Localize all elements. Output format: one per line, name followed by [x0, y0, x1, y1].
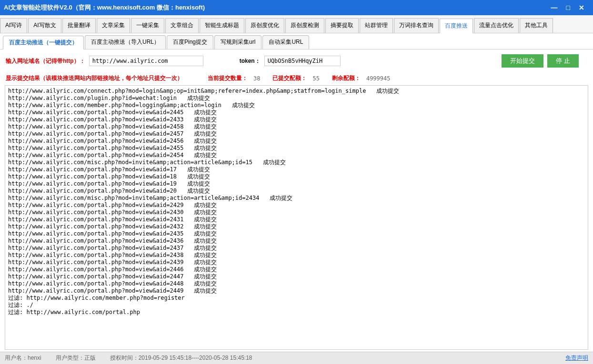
- token-label: token：: [240, 57, 261, 65]
- main-tab[interactable]: AI写诗: [0, 18, 27, 33]
- log-line: http://www.ailyric.com/portal.php?mod=vi…: [8, 187, 585, 195]
- domain-label: 输入网址域名（记得带http）：: [6, 57, 85, 65]
- log-line: http://www.ailyric.com/portal.php?mod=vi…: [8, 173, 585, 180]
- log-line: http://www.ailyric.com/portal.php?mod=vi…: [8, 273, 585, 280]
- status-auth: 授权时间：2019-05-29 15:45:18----2020-05-28 1…: [110, 354, 252, 362]
- submitted-quota-label: 已提交配额：: [272, 74, 307, 82]
- sub-tab[interactable]: 百度Ping提交: [167, 35, 213, 49]
- window-title: AI文章智能处理软件V2.0（官网：www.henxisoft.com 微信：h…: [4, 3, 551, 12]
- token-input[interactable]: [264, 56, 341, 66]
- main-tab[interactable]: 其他工具: [520, 18, 553, 33]
- log-line: http://www.ailyric.com/portal.php?mod=vi…: [8, 166, 585, 173]
- main-tab-bar: AI写诗AI写散文批量翻译文章采集一键采集文章组合智能生成标题原创度优化原创度检…: [0, 15, 593, 33]
- disclaimer-link[interactable]: 免责声明: [565, 354, 588, 362]
- maximize-icon[interactable]: □: [566, 4, 570, 11]
- log-line: http://www.ailyric.com/portal.php?mod=vi…: [8, 130, 585, 138]
- stats-row: 显示提交结果（该模块推送网站内部链接地址，每个地址只提交一次） 当前提交数量： …: [0, 72, 593, 85]
- log-line: http://www.ailyric.com/portal.php?mod=vi…: [8, 245, 585, 252]
- log-line: http://www.ailyric.com/portal.php?mod=vi…: [8, 180, 585, 187]
- main-tab[interactable]: 智能生成标题: [200, 18, 244, 33]
- log-line: http://www.ailyric.com/portal.php?mod=vi…: [8, 138, 585, 145]
- result-label: 显示提交结果（该模块推送网站内部链接地址，每个地址只提交一次）: [6, 74, 183, 82]
- log-line: http://www.ailyric.com/portal.php?mod=vi…: [8, 216, 585, 223]
- log-line: http://www.ailyric.com/portal.php?mod=vi…: [8, 287, 585, 295]
- user-value: henxi: [28, 354, 41, 361]
- current-count-value: 38: [253, 75, 260, 82]
- main-tab[interactable]: AI写散文: [28, 18, 61, 33]
- window-controls: — □ ✕: [551, 4, 589, 11]
- main-tab[interactable]: 流量点击优化: [474, 18, 519, 33]
- remain-quota-label: 剩余配额：: [332, 74, 361, 82]
- status-type: 用户类型：正版: [56, 354, 96, 362]
- main-tab[interactable]: 原创度检测: [285, 18, 324, 33]
- sub-tab[interactable]: 自动采集URL: [262, 35, 309, 49]
- log-line: http://www.ailyric.com/portal.php?mod=vi…: [8, 280, 585, 287]
- log-line: http://www.ailyric.com/portal.php?mod=vi…: [8, 109, 585, 116]
- log-line: http://www.ailyric.com/member.php?mod=lo…: [8, 102, 585, 109]
- main-tab[interactable]: 站群管理: [360, 18, 393, 33]
- submitted-quota-value: 55: [312, 75, 319, 82]
- log-line: http://www.ailyric.com/portal.php?mod=vi…: [8, 202, 585, 209]
- log-line: http://www.ailyric.com/plugin.php?id=wec…: [8, 95, 585, 102]
- log-output: http://www.ailyric.com/connect.php?mod=l…: [5, 86, 588, 318]
- log-line: http://www.ailyric.com/misc.php?mod=invi…: [8, 159, 585, 166]
- sub-tab[interactable]: 百度主动推送（导入URL）: [85, 35, 166, 49]
- minimize-icon[interactable]: —: [551, 4, 558, 11]
- type-value: 正版: [84, 354, 96, 361]
- log-line: http://www.ailyric.com/portal.php?mod=vi…: [8, 152, 585, 159]
- input-row: 输入网址域名（记得带http）： token： 开始提交 停 止: [0, 49, 593, 72]
- stop-button[interactable]: 停 止: [547, 54, 579, 68]
- titlebar: AI文章智能处理软件V2.0（官网：www.henxisoft.com 微信：h…: [0, 0, 593, 15]
- main-tab[interactable]: 文章组合: [165, 18, 199, 33]
- main-tab[interactable]: 原创度优化: [245, 18, 284, 33]
- log-line: 过滤: http://www.ailyric.com/portal.php: [8, 309, 585, 316]
- user-label: 用户名：: [5, 354, 28, 361]
- log-line: http://www.ailyric.com/portal.php?mod=vi…: [8, 116, 585, 123]
- log-line: 过滤: ./: [8, 302, 585, 309]
- auth-label: 授权时间：: [110, 354, 139, 361]
- status-bar: 用户名：henxi 用户类型：正版 授权时间：2019-05-29 15:45:…: [0, 352, 593, 364]
- log-line: http://www.ailyric.com/portal.php?mod=vi…: [8, 266, 585, 273]
- sub-tab[interactable]: 百度主动推送（一键提交）: [3, 36, 84, 49]
- log-line: http://www.ailyric.com/connect.php?mod=l…: [8, 88, 585, 95]
- main-tab[interactable]: 百度推送: [440, 19, 473, 33]
- log-line: http://www.ailyric.com/portal.php?mod=vi…: [8, 259, 585, 266]
- start-submit-button[interactable]: 开始提交: [502, 54, 543, 68]
- log-line: http://www.ailyric.com/portal.php?mod=vi…: [8, 223, 585, 230]
- log-line: http://www.ailyric.com/portal.php?mod=vi…: [8, 145, 585, 152]
- main-tab[interactable]: 一键采集: [131, 18, 164, 33]
- status-user: 用户名：henxi: [5, 354, 41, 362]
- sub-tab[interactable]: 写规则采集url: [214, 35, 261, 49]
- log-line: 过滤: http://www.ailyric.com/member.php?mo…: [8, 295, 585, 302]
- log-line: http://www.ailyric.com/portal.php?mod=vi…: [8, 209, 585, 216]
- log-line: http://www.ailyric.com/misc.php?mod=invi…: [8, 195, 585, 202]
- log-line: http://www.ailyric.com/portal.php?mod=vi…: [8, 252, 585, 259]
- log-line: http://www.ailyric.com/portal.php?mod=vi…: [8, 237, 585, 245]
- remain-quota-value: 4999945: [366, 75, 391, 82]
- log-line: http://www.ailyric.com/portal.php?mod=vi…: [8, 123, 585, 130]
- main-tab[interactable]: 文章采集: [97, 18, 130, 33]
- auth-value: 2019-05-29 15:45:18----2020-05-28 15:45:…: [139, 354, 252, 361]
- current-count-label: 当前提交数量：: [208, 74, 248, 82]
- domain-input[interactable]: [89, 56, 203, 66]
- main-tab[interactable]: 批量翻译: [62, 18, 96, 33]
- main-tab[interactable]: 万词排名查询: [394, 18, 439, 33]
- main-tab[interactable]: 摘要提取: [325, 18, 359, 33]
- type-label: 用户类型：: [56, 354, 84, 361]
- log-scroll-area[interactable]: http://www.ailyric.com/connect.php?mod=l…: [5, 85, 588, 350]
- close-icon[interactable]: ✕: [579, 4, 584, 11]
- sub-tab-bar: 百度主动推送（一键提交）百度主动推送（导入URL）百度Ping提交写规则采集ur…: [0, 33, 593, 49]
- log-line: http://www.ailyric.com/portal.php?mod=vi…: [8, 230, 585, 237]
